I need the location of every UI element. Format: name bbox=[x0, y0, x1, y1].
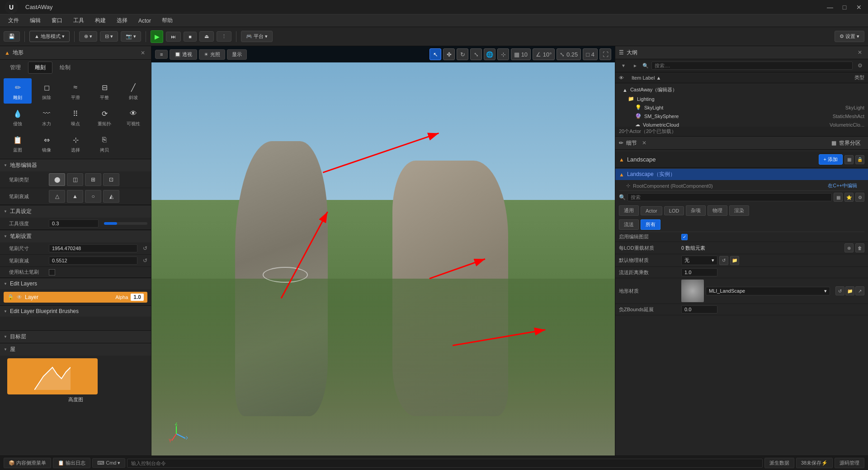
tool-sculpt[interactable]: ✏ 雕刻 bbox=[4, 78, 32, 104]
tool-erase[interactable]: ◻ 抹除 bbox=[33, 78, 61, 104]
viewport-scene[interactable]: X Y Z bbox=[151, 62, 615, 456]
detail-search-star[interactable]: ⭐ bbox=[844, 193, 854, 202]
falloff-tip[interactable]: ◭ bbox=[103, 190, 119, 203]
phys-material-reset[interactable]: ↺ bbox=[719, 256, 728, 265]
tool-copy[interactable]: ⎘ 拷贝 bbox=[90, 131, 118, 156]
tool-select[interactable]: ⊹ 选择 bbox=[61, 131, 90, 156]
cmd-btn[interactable]: ⌨ Cmd ▾ bbox=[92, 458, 125, 468]
filter-physics[interactable]: 物理 bbox=[708, 205, 727, 216]
source-control-btn[interactable]: 源码管理 bbox=[835, 458, 864, 468]
stream-tab[interactable]: 流送 bbox=[619, 219, 639, 230]
tool-smooth[interactable]: ≈ 平滑 bbox=[61, 78, 90, 104]
falloff-smooth[interactable]: △ bbox=[49, 190, 65, 203]
outline-item-lighting[interactable]: 📁 Lighting bbox=[615, 95, 868, 103]
vp-rotate-tool[interactable]: ↻ bbox=[457, 48, 468, 60]
step-button[interactable]: ⏭ bbox=[166, 32, 181, 42]
edit-layers-header[interactable]: ▼ Edit Layers bbox=[0, 278, 151, 289]
tool-strength-input[interactable] bbox=[49, 219, 99, 228]
stream-multiplier-input[interactable] bbox=[681, 268, 717, 276]
falloff-sphere[interactable]: ○ bbox=[85, 190, 101, 203]
vp-grid-btn[interactable]: ▦ 10 bbox=[511, 48, 531, 60]
vp-count-btn[interactable]: □ 4 bbox=[583, 48, 598, 60]
vp-fullscreen-btn[interactable]: ⛶ bbox=[599, 48, 611, 60]
outline-item-castaway[interactable]: ▲ CastAway（编辑器） bbox=[615, 85, 868, 95]
outline-search-input[interactable] bbox=[651, 62, 853, 70]
clay-brush-checkbox[interactable] bbox=[49, 269, 55, 275]
left-panel-close[interactable]: ✕ bbox=[139, 49, 146, 57]
detail-lock-btn[interactable]: 🔒 bbox=[855, 155, 864, 164]
enable-edit-layers-checkbox[interactable]: ✓ bbox=[681, 234, 688, 240]
phys-material-dropdown[interactable]: 无 ▾ bbox=[681, 256, 717, 265]
menu-help[interactable]: 帮助 bbox=[157, 15, 177, 26]
floor-section-header[interactable]: ▼ 屋 bbox=[0, 343, 151, 356]
stop-button[interactable]: ■ bbox=[184, 32, 197, 42]
vp-scale-tool[interactable]: ⤡ bbox=[470, 48, 482, 60]
cam-button[interactable]: 📷 ▾ bbox=[121, 31, 141, 42]
filter-general[interactable]: 通用 bbox=[619, 205, 639, 216]
brush-circle[interactable]: ⬤ bbox=[49, 173, 65, 186]
landscape-instance[interactable]: ▲ Landscape（实例） bbox=[615, 169, 868, 180]
zbounds-input[interactable] bbox=[681, 305, 717, 313]
add-component-btn[interactable]: + 添加 bbox=[819, 154, 843, 165]
tool-mirror[interactable]: ⇔ 镜像 bbox=[33, 131, 61, 156]
brush-size-input[interactable] bbox=[49, 244, 137, 252]
menu-select[interactable]: 选择 bbox=[112, 15, 132, 26]
output-log-btn[interactable]: 📋 输出日志 bbox=[53, 458, 90, 468]
blueprint-brushes-header[interactable]: ▼ Edit Layer Blueprint Brushes bbox=[0, 305, 151, 317]
play-button[interactable]: ▶ bbox=[151, 30, 163, 43]
tool-noise[interactable]: ⠿ 噪点 bbox=[61, 104, 90, 130]
detail-search-grid[interactable]: ▦ bbox=[834, 193, 843, 202]
falloff-linear[interactable]: ▲ bbox=[67, 190, 83, 203]
vp-perspective-btn[interactable]: 🔲 透视 bbox=[170, 49, 197, 60]
all-tab[interactable]: 所有 bbox=[641, 219, 660, 230]
menu-file[interactable]: 文件 bbox=[4, 15, 24, 26]
menu-edit[interactable]: 编辑 bbox=[25, 15, 45, 26]
add-button[interactable]: ⊕ ▾ bbox=[79, 31, 97, 42]
grid-button[interactable]: ⊟ ▾ bbox=[100, 31, 118, 42]
tool-settings-header[interactable]: ▼ 工具设定 bbox=[0, 205, 151, 218]
lod-add-btn[interactable]: ⊕ bbox=[844, 243, 854, 252]
brush-settings-header[interactable]: ▼ 笔刷设置 bbox=[0, 230, 151, 242]
vp-move-tool[interactable]: ✤ bbox=[443, 48, 455, 60]
filter-render[interactable]: 渲染 bbox=[729, 205, 749, 216]
brush-component[interactable]: ⊡ bbox=[103, 173, 119, 186]
world-partition-tab[interactable]: ▦ 世界分区 bbox=[828, 139, 864, 147]
save-button[interactable]: 💾 bbox=[4, 31, 20, 42]
outline-item-skylight[interactable]: 💡 SkyLight SkyLight bbox=[615, 103, 868, 112]
tool-blueprint[interactable]: 📋 蓝图 bbox=[4, 131, 32, 156]
console-input[interactable] bbox=[127, 459, 762, 468]
close-button[interactable]: ✕ bbox=[854, 3, 863, 12]
tab-manage[interactable]: 管理 bbox=[4, 62, 27, 73]
minimize-button[interactable]: — bbox=[826, 3, 835, 12]
vp-snap-tool[interactable]: ⊹ bbox=[497, 48, 509, 60]
phys-material-browse[interactable]: 📁 bbox=[730, 256, 739, 265]
terrain-editor-header[interactable]: ▼ 地形编辑器 bbox=[0, 159, 151, 171]
tab-paint[interactable]: 绘制 bbox=[53, 62, 77, 73]
platform-button[interactable]: 🎮 平台 ▾ bbox=[241, 31, 273, 42]
target-layer-header[interactable]: ▼ 目标层 bbox=[0, 330, 151, 343]
detail-search-settings[interactable]: ⚙ bbox=[855, 193, 864, 202]
vp-show-btn[interactable]: 显示 bbox=[227, 49, 247, 60]
settings-button[interactable]: ⚙ 设置 ▾ bbox=[835, 31, 864, 42]
filter-lod[interactable]: LOD bbox=[664, 206, 684, 215]
vp-angle-btn[interactable]: ∠ 10° bbox=[533, 48, 555, 60]
eject-button[interactable]: ⏏ bbox=[199, 31, 214, 42]
vp-scale-btn[interactable]: ⤡ 0.25 bbox=[557, 48, 581, 60]
outline-item-skysphere[interactable]: 🔮 SM_SkySphere StaticMeshAct bbox=[615, 112, 868, 120]
terrain-material-browse[interactable]: 📁 bbox=[845, 286, 854, 295]
brush-pattern[interactable]: ⊞ bbox=[85, 173, 101, 186]
outline-settings-btn[interactable]: ⚙ bbox=[855, 61, 864, 70]
detail-grid-btn[interactable]: ▦ bbox=[844, 155, 854, 164]
outline-item-volumetric[interactable]: ☁ VolumetricCloud VolumetricClo... bbox=[615, 120, 868, 127]
vp-menu-btn[interactable]: ≡ bbox=[155, 50, 168, 59]
vp-world-tool[interactable]: 🌐 bbox=[484, 48, 495, 60]
content-drawer-btn[interactable]: 📦 内容侧滑菜单 bbox=[4, 458, 51, 468]
filter-misc[interactable]: 杂项 bbox=[686, 205, 706, 216]
vp-select-tool[interactable]: ↖ bbox=[429, 48, 441, 60]
detail-close-btn[interactable]: ✕ bbox=[640, 138, 649, 147]
more-button[interactable]: ⋮ bbox=[217, 31, 231, 42]
tool-erosion[interactable]: 💧 侵蚀 bbox=[4, 104, 32, 130]
tool-slope[interactable]: ╱ 斜坡 bbox=[119, 78, 147, 104]
menu-build[interactable]: 构建 bbox=[90, 15, 110, 26]
tool-visibility[interactable]: 👁 可视性 bbox=[119, 104, 147, 130]
